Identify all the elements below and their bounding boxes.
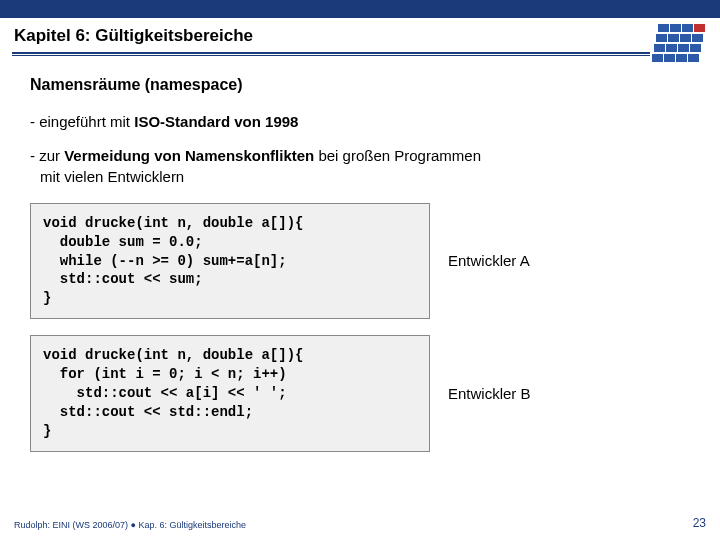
bullet-1: - eingeführt mit ISO-Standard von 1998 [30,112,690,132]
bullet-2-prefix: - zur [30,147,64,164]
logo-cell [654,44,665,52]
logo-cell [688,54,699,62]
top-accent-bar [0,0,720,18]
code-row-b: void drucke(int n, double a[]){ for (int… [30,335,690,451]
logo-cell [664,54,675,62]
header: Kapitel 6: Gültigkeitsbereiche [0,18,720,68]
footer-left-text: Rudolph: EINI (WS 2006/07) ● Kap. 6: Gül… [14,520,246,530]
title-underline-thin [12,55,650,56]
logo-cell [694,24,705,32]
logo-cell [692,34,703,42]
developer-label-b: Entwickler B [448,385,531,402]
bullet-2-bold: Vermeidung von Namenskonflikten [64,147,314,164]
bullet-1-bold: ISO-Standard von 1998 [134,113,298,130]
logo-cell [676,54,687,62]
bullet-1-prefix: - eingeführt mit [30,113,134,130]
logo-cell [668,34,679,42]
page-number: 23 [693,516,706,530]
logo-cell [658,24,669,32]
section-heading: Namensräume (namespace) [30,76,690,94]
logo-cell [652,54,663,62]
slide: Kapitel 6: Gültigkeitsbereiche Namensräu… [0,0,720,540]
logo-cell [690,44,701,52]
code-row-a: void drucke(int n, double a[]){ double s… [30,203,690,319]
logo-cell [670,24,681,32]
developer-label-a: Entwickler A [448,252,530,269]
logo-cell [680,34,691,42]
code-block-a: void drucke(int n, double a[]){ double s… [30,203,430,319]
logo-cell [666,44,677,52]
code-block-b: void drucke(int n, double a[]){ for (int… [30,335,430,451]
logo-cell [656,34,667,42]
logo-cell [678,44,689,52]
university-logo-icon [650,24,708,68]
title-underline-thick [12,52,650,54]
bullet-2-rest-line2: mit vielen Entwicklern [30,167,690,187]
bullet-2: - zur Vermeidung von Namenskonflikten be… [30,146,690,187]
footer: Rudolph: EINI (WS 2006/07) ● Kap. 6: Gül… [14,516,706,530]
content-area: Namensräume (namespace) - eingeführt mit… [30,76,690,500]
logo-cell [682,24,693,32]
bullet-2-rest-line1: bei großen Programmen [314,147,481,164]
chapter-title: Kapitel 6: Gültigkeitsbereiche [14,26,253,46]
